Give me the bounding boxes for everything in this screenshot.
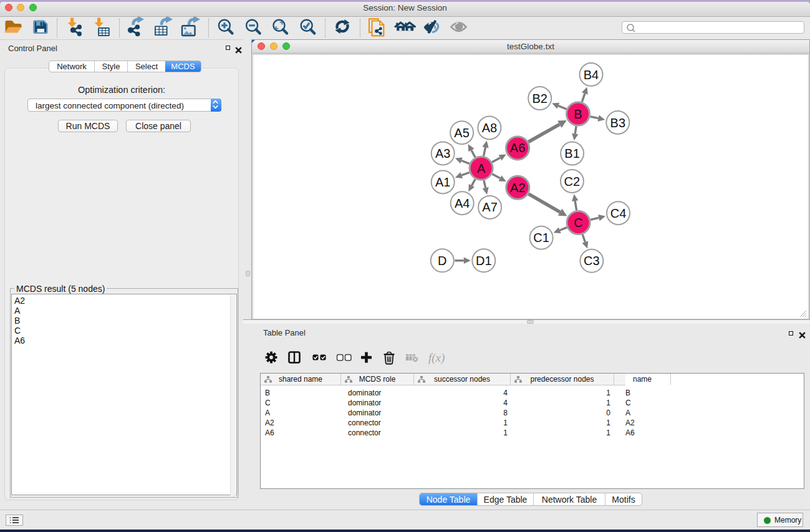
svg-text:A3: A3 [435,146,450,160]
svg-text:A8: A8 [482,120,497,134]
svg-text:A2: A2 [510,180,525,194]
svg-text:B4: B4 [584,67,599,81]
svg-text:A1: A1 [435,175,450,188]
svg-text:f(x): f(x) [428,351,445,365]
svg-text:B3: B3 [610,115,625,129]
svg-text:C1: C1 [533,231,549,244]
svg-text:A6: A6 [510,141,525,155]
svg-text:C2: C2 [564,174,581,188]
svg-text:C3: C3 [584,254,600,268]
svg-text:B1: B1 [564,147,579,160]
svg-text:C: C [574,216,582,230]
svg-text:A4: A4 [455,196,470,210]
svg-text:D: D [438,253,446,267]
svg-text:C4: C4 [610,206,627,220]
svg-text:B2: B2 [532,91,547,105]
svg-text:B: B [574,107,582,120]
svg-text:A5: A5 [454,125,469,139]
svg-text:A7: A7 [482,200,497,214]
svg-text:A: A [477,161,486,175]
svg-text:D1: D1 [476,253,492,267]
